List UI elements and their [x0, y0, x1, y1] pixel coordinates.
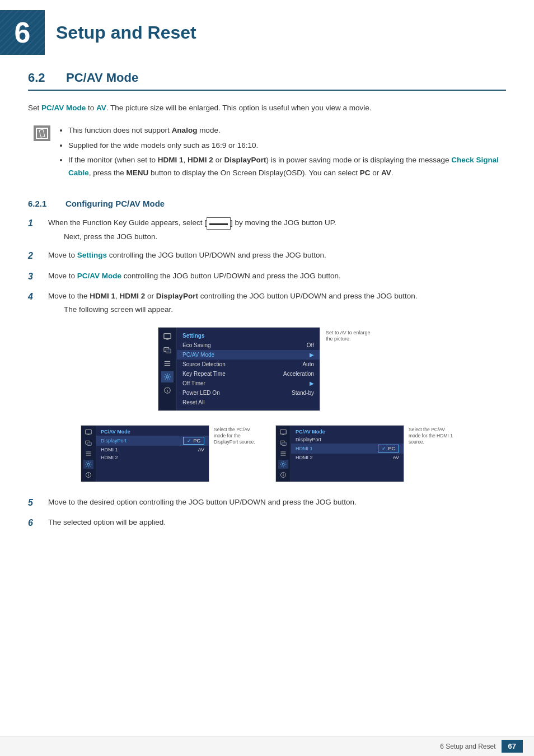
dp-screen-wrapper: PC/AV Mode DisplayPort ✓ PC HDMI 1 AV — [81, 425, 259, 482]
osd-icon-info — [161, 385, 174, 396]
note-bullets: This function does not support Analog mo… — [58, 124, 506, 183]
osd-row-source: Source Detection Auto — [177, 360, 320, 369]
hdmi1-icon-menu — [278, 449, 288, 458]
osd-main-note: Set to AV to enlarge the picture. — [326, 327, 376, 343]
hdmi1-icon-info — [278, 470, 288, 479]
svg-point-16 — [87, 463, 90, 465]
svg-rect-22 — [282, 442, 287, 445]
dp-note: Select the PC/AV mode for the DisplayPor… — [214, 425, 259, 445]
note-icon — [34, 125, 50, 141]
section-heading: 6.2 PC/AV Mode — [28, 71, 506, 91]
step-4: 4 Move to the HDMI 1, HDMI 2 or DisplayP… — [28, 290, 506, 315]
dp-row-dp: DisplayPort ✓ PC — [96, 436, 209, 446]
subsection-title: Configuring PC/AV Mode — [65, 199, 165, 208]
hdmi1-pc-option: ✓ PC — [378, 445, 399, 452]
osd-menu: Settings Eco Saving Off PC/AV Mode ▶ Sou… — [177, 328, 320, 410]
hdmi1-icon-gear — [278, 460, 288, 469]
step-5: 5 Move to the desired option controlling… — [28, 496, 506, 510]
pcav-mode-bold: PC/AV Mode — [41, 104, 86, 112]
dp-icon-clone — [83, 438, 93, 447]
step-4-sub: The following screen will appear. — [64, 304, 506, 316]
steps-5-6: 5 Move to the desired option controlling… — [28, 496, 506, 530]
steps-list: 1 When the Function Key Guide appears, s… — [28, 217, 506, 315]
hdmi1-icon-clone — [278, 438, 288, 447]
note-item-2: Supplied for the wide models only such a… — [68, 139, 506, 152]
dp-row-hdmi1: HDMI 1 AV — [96, 446, 209, 454]
footer-page-number: 67 — [502, 740, 523, 753]
osd-row-ecosaving: Eco Saving Off — [177, 340, 320, 350]
page-footer: 6 Setup and Reset 67 — [0, 736, 534, 756]
note-box: This function does not support Analog mo… — [34, 124, 506, 183]
dp-screen: PC/AV Mode DisplayPort ✓ PC HDMI 1 AV — [81, 425, 209, 482]
hdmi1-note: Select the PC/AV mode for the HDMI 1 sou… — [409, 425, 453, 445]
hdmi1-screen-wrapper: PC/AV Mode DisplayPort HDMI 1 ✓ PC — [275, 425, 453, 482]
chapter-number: 6 — [15, 18, 31, 47]
dp-icon-menu — [83, 449, 93, 458]
subsection-heading: 6.2.1 Configuring PC/AV Mode — [28, 199, 506, 208]
step-3: 3 Move to PC/AV Mode controlling the JOG… — [28, 270, 506, 284]
osd-main-body: Settings Eco Saving Off PC/AV Mode ▶ Sou… — [158, 328, 320, 410]
step-2: 2 Move to Settings controlling the JOG b… — [28, 249, 506, 263]
note-item-3: If the monitor (when set to HDMI 1, HDMI… — [68, 154, 506, 180]
chapter-title: Setup and Reset — [56, 22, 196, 43]
osd-row-resetall: Reset All — [177, 398, 320, 407]
chapter-header: 6 Setup and Reset — [0, 0, 534, 65]
dp-icon-gear — [83, 460, 93, 469]
osd-main-screen: Settings Eco Saving Off PC/AV Mode ▶ Sou… — [158, 327, 320, 411]
osd-row-powerled: Power LED On Stand-by — [177, 388, 320, 398]
hdmi1-row-hdmi1: HDMI 1 ✓ PC — [291, 444, 404, 454]
svg-rect-0 — [164, 333, 171, 338]
section-title: PC/AV Mode — [66, 71, 138, 85]
osd-icon-menu — [161, 358, 174, 369]
step-6: 6 The selected option will be applied. — [28, 516, 506, 530]
hdmi1-menu-title: PC/AV Mode — [291, 428, 404, 436]
page-content: 6.2 PC/AV Mode Set PC/AV Mode to AV. The… — [0, 71, 534, 586]
svg-point-9 — [167, 388, 167, 389]
note-icon-inner — [36, 128, 48, 139]
bottom-screens-row: PC/AV Mode DisplayPort ✓ PC HDMI 1 AV — [28, 425, 506, 482]
hdmi1-screen-body: PC/AV Mode DisplayPort HDMI 1 ✓ PC — [276, 426, 404, 482]
osd-row-offtimer: Off Timer ▶ — [177, 379, 320, 388]
dp-icon-info — [83, 470, 93, 479]
jog-icon: ▬▬▬ — [207, 217, 231, 230]
chapter-badge: 6 — [0, 10, 45, 55]
osd-icon-clone — [161, 344, 174, 356]
dp-icon-monitor — [83, 428, 93, 437]
dp-menu-title: PC/AV Mode — [96, 428, 209, 436]
subsection-number: 6.2.1 — [28, 199, 59, 208]
svg-point-6 — [166, 375, 168, 377]
intro-paragraph: Set PC/AV Mode to AV. The picture size w… — [28, 102, 506, 114]
step-1-sub: Next, press the JOG button. — [64, 231, 506, 243]
hdmi1-sidebar — [276, 426, 291, 482]
osd-icon-monitor — [161, 331, 174, 342]
dp-screen-body: PC/AV Mode DisplayPort ✓ PC HDMI 1 AV — [81, 426, 209, 482]
hdmi1-row-dp: DisplayPort — [291, 436, 404, 444]
av-bold: AV — [96, 104, 106, 112]
svg-point-26 — [282, 463, 284, 465]
dp-row-hdmi2: HDMI 2 — [96, 454, 209, 461]
pencil-icon — [39, 129, 45, 138]
footer-chapter-text: 6 Setup and Reset — [440, 743, 495, 750]
svg-point-19 — [88, 473, 88, 474]
hdmi1-icon-monitor — [278, 428, 288, 437]
svg-point-29 — [283, 473, 283, 474]
osd-main-container: Settings Eco Saving Off PC/AV Mode ▶ Sou… — [28, 327, 506, 411]
hdmi1-submenu: PC/AV Mode DisplayPort HDMI 1 ✓ PC — [291, 426, 404, 482]
osd-icon-gear — [161, 371, 174, 382]
hdmi1-screen: PC/AV Mode DisplayPort HDMI 1 ✓ PC — [275, 425, 404, 482]
dp-submenu: PC/AV Mode DisplayPort ✓ PC HDMI 1 AV — [96, 426, 209, 482]
note-item-1: This function does not support Analog mo… — [68, 124, 506, 137]
osd-menu-title: Settings — [177, 331, 320, 340]
hdmi1-row-hdmi2: HDMI 2 AV — [291, 454, 404, 461]
dp-sidebar — [81, 426, 96, 482]
osd-row-keyrepeat: Key Repeat Time Acceleration — [177, 369, 320, 379]
osd-main-wrapper: Settings Eco Saving Off PC/AV Mode ▶ Sou… — [158, 327, 376, 411]
svg-rect-2 — [166, 349, 171, 353]
svg-rect-20 — [280, 430, 287, 434]
svg-rect-12 — [87, 442, 92, 445]
step-1: 1 When the Function Key Guide appears, s… — [28, 217, 506, 242]
section-number: 6.2 — [28, 71, 56, 85]
svg-rect-10 — [86, 430, 92, 434]
osd-sidebar — [158, 328, 177, 410]
dp-pc-option: ✓ PC — [183, 437, 204, 445]
